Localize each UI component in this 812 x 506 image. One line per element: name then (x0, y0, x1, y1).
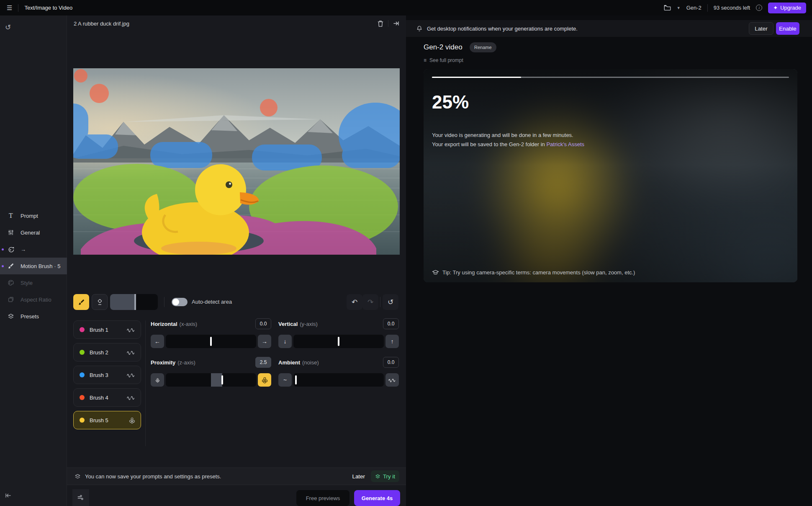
sidebar-nav: T Prompt General → (0, 207, 67, 325)
ambient-min-button[interactable]: ~ (278, 373, 292, 387)
generation-panel: Get desktop notifications when your gene… (406, 15, 812, 506)
ambient-slider[interactable] (293, 373, 384, 387)
palette-icon (7, 279, 15, 286)
text-icon: T (7, 212, 15, 219)
ambient-handle[interactable] (295, 375, 297, 385)
hamburger-menu-button[interactable]: ☰ (7, 4, 12, 12)
notification-text: Get desktop notifications when your gene… (427, 26, 578, 32)
generation-preview-card[interactable]: 25% Your video is generating and will be… (424, 69, 797, 282)
ambient-value[interactable]: 0.0 (383, 357, 399, 368)
ambient-max-button[interactable] (385, 373, 399, 387)
brush-2-row[interactable]: Brush 2 (73, 343, 141, 361)
brush-4-row[interactable]: Brush 4 (73, 388, 141, 407)
brush-size-fill (110, 294, 134, 310)
vertical-slider[interactable] (293, 335, 384, 348)
reset-session-button[interactable]: ↺ (5, 23, 11, 32)
chevron-down-icon[interactable]: ▼ (677, 6, 681, 10)
divider (164, 297, 164, 307)
progress-bar (432, 77, 789, 78)
brush-tool-button[interactable] (73, 294, 89, 310)
notification-banner: Get desktop notifications when your gene… (406, 20, 812, 37)
active-dot (2, 265, 4, 267)
proximity-handle[interactable] (221, 375, 223, 385)
time-left-label: 93 seconds left (714, 5, 750, 11)
collapse-panel-button[interactable] (393, 21, 399, 26)
presets-later-button[interactable]: Later (348, 471, 369, 482)
sidebar-item-general[interactable]: General (0, 224, 67, 241)
proximity-toward-button[interactable] (258, 373, 271, 387)
session-settings-button[interactable] (72, 489, 89, 506)
sliders-icon (7, 229, 15, 236)
delete-image-button[interactable] (377, 20, 384, 27)
presets-banner-text: You can now save your prompts and settin… (85, 473, 221, 480)
image-filename: 2 A rubber duck drif.jpg (74, 21, 129, 27)
horizontal-right-button[interactable]: → (258, 335, 271, 348)
brush-color-dot (80, 372, 85, 377)
waveform-icon (126, 350, 136, 355)
sidebar-item-aspect-ratio[interactable]: Aspect Ratio (0, 291, 67, 308)
brush-1-row[interactable]: Brush 1 (73, 320, 141, 339)
proximity-away-button[interactable] (151, 373, 164, 387)
horizontal-slider[interactable] (166, 335, 256, 348)
horizontal-value[interactable]: 0.0 (255, 318, 271, 329)
reset-brushes-button[interactable]: ↺ (383, 294, 398, 310)
status-line-1: Your video is generating and will be don… (432, 132, 573, 138)
presets-banner: You can now save your prompts and settin… (67, 467, 406, 485)
sparkle-icon: ✦ (773, 5, 778, 11)
top-bar: ☰ Text/Image to Video ▼ Gen-2 93 seconds… (0, 0, 812, 15)
duck-image (73, 68, 400, 255)
collapse-sidebar-button[interactable] (5, 493, 12, 498)
brush-3-row[interactable]: Brush 3 (73, 366, 141, 384)
brush-color-dot (80, 350, 85, 355)
presets-try-it-button[interactable]: Try it (371, 470, 399, 482)
vertical-down-button[interactable]: ↓ (278, 335, 292, 348)
layers-icon (75, 473, 81, 480)
vertical-up-button[interactable]: ↑ (385, 335, 399, 348)
proximity-label: Proximity (151, 359, 175, 366)
brush-size-handle[interactable] (134, 294, 136, 310)
camera-motion-icon (7, 246, 15, 253)
proximity-slider[interactable] (166, 373, 256, 387)
toggle-knob (172, 299, 179, 305)
notification-enable-button[interactable]: Enable (776, 22, 799, 35)
arrow-right-icon: → (21, 246, 26, 253)
brush-toolbar: Auto-detect area ↶ ↷ ↺ (67, 294, 406, 310)
generate-button[interactable]: Generate 4s (354, 490, 400, 506)
sidebar-item-motion-brush[interactable]: Motion Brush · 5 (0, 258, 67, 274)
sidebar-item-prompt[interactable]: T Prompt (0, 207, 67, 224)
bell-icon (416, 25, 423, 32)
rename-button[interactable]: Rename (470, 42, 496, 52)
undo-button[interactable]: ↶ (347, 294, 362, 310)
tip-row: Tip: Try using camera-specific terms: ca… (432, 269, 635, 276)
folder-icon[interactable] (664, 5, 671, 11)
divider (388, 20, 388, 27)
horizontal-left-button[interactable]: ← (151, 335, 164, 348)
vertical-handle[interactable] (338, 337, 339, 346)
layers-icon (375, 474, 380, 479)
sidebar-item-camera-motion[interactable]: → (0, 241, 67, 258)
proximity-value[interactable]: 2.5 (255, 357, 271, 368)
eraser-tool-button[interactable] (92, 294, 108, 310)
brush-size-slider[interactable] (110, 294, 158, 310)
free-previews-button[interactable]: Free previews (296, 490, 349, 506)
editor-panel: 2 A rubber duck drif.jpg (67, 15, 406, 506)
graduation-cap-icon (432, 269, 439, 276)
model-name[interactable]: Gen-2 (686, 5, 702, 11)
vertical-value[interactable]: 0.0 (383, 318, 399, 329)
see-full-prompt[interactable]: ≡ See full prompt (424, 57, 463, 63)
notification-later-button[interactable]: Later (749, 22, 773, 35)
brush-color-dot (80, 418, 85, 423)
active-dot (2, 248, 4, 250)
horizontal-handle[interactable] (210, 337, 212, 346)
info-icon[interactable]: i (756, 5, 762, 11)
brush-5-row[interactable]: Brush 5 (73, 411, 141, 429)
upgrade-button[interactable]: ✦ Upgrade (768, 3, 806, 13)
assets-folder-link[interactable]: Patrick's Assets (546, 141, 584, 147)
motion-brush-canvas[interactable] (73, 68, 400, 255)
layers-icon (7, 313, 15, 320)
sidebar-item-presets[interactable]: Presets (0, 308, 67, 325)
divider (707, 4, 708, 12)
auto-detect-toggle[interactable] (172, 298, 188, 306)
sidebar-item-style[interactable]: Style (0, 274, 67, 291)
redo-button[interactable]: ↷ (362, 294, 378, 310)
